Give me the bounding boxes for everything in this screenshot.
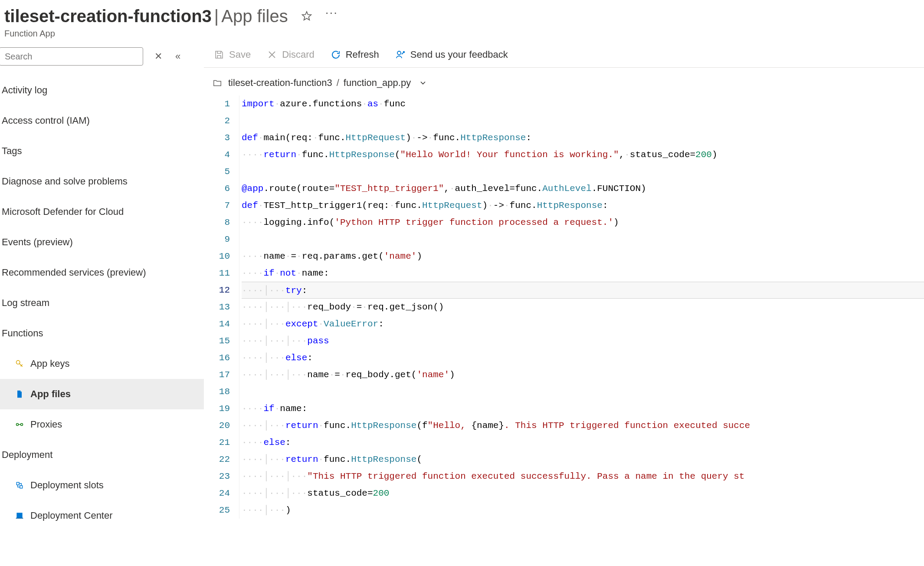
discard-button[interactable]: Discard [266, 49, 315, 60]
resource-type: Function App [4, 29, 924, 39]
close-icon[interactable]: ✕ [154, 51, 162, 62]
sidebar-item-events[interactable]: Events (preview) [0, 227, 204, 257]
sidebar-item-deployment-center[interactable]: Deployment Center [0, 500, 204, 531]
deployment-center-icon [15, 511, 24, 520]
breadcrumb-folder[interactable]: tileset-creation-function3 [228, 77, 332, 89]
sidebar-item-app-keys[interactable]: App keys [0, 349, 204, 379]
sidebar-group-deployment[interactable]: Deployment [0, 440, 204, 470]
sidebar-group-functions[interactable]: Functions [0, 318, 204, 349]
save-button[interactable]: Save [213, 49, 251, 60]
more-actions-icon[interactable]: ··· [325, 6, 338, 20]
folder-icon [213, 78, 222, 88]
search-input[interactable] [0, 47, 143, 66]
sidebar-item-label: Proxies [30, 419, 62, 430]
sidebar-item-recommended[interactable]: Recommended services (preview) [0, 257, 204, 288]
sidebar-group-label: Deployment [2, 449, 52, 461]
main-content: Save Discard Refresh Send us your feedba… [204, 42, 924, 531]
svg-rect-4 [16, 482, 19, 485]
toolbar-label: Save [229, 49, 251, 60]
key-icon [15, 359, 24, 369]
sidebar-item-label: Access control (IAM) [2, 115, 90, 126]
sidebar-item-label: App keys [30, 358, 70, 369]
sidebar-group-label: Functions [2, 328, 43, 339]
discard-icon [266, 49, 278, 60]
sidebar-item-proxies[interactable]: Proxies [0, 409, 204, 440]
sidebar-item-label: Deployment slots [30, 480, 104, 491]
breadcrumb: tileset-creation-function3 / function_ap… [204, 68, 924, 95]
sidebar-item-deployment-slots[interactable]: Deployment slots [0, 470, 204, 500]
sidebar-item-defender[interactable]: Microsoft Defender for Cloud [0, 197, 204, 227]
toolbar-label: Refresh [346, 49, 379, 60]
code-content[interactable]: import·azure.functions·as·funcdef·main(r… [239, 95, 924, 519]
page-header: tileset-creation-function3 | App files ·… [0, 0, 924, 42]
sidebar-item-label: Activity log [2, 85, 47, 96]
svg-point-6 [397, 51, 401, 55]
refresh-icon [330, 49, 341, 60]
svg-point-3 [21, 424, 23, 426]
toolbar: Save Discard Refresh Send us your feedba… [204, 42, 924, 68]
save-icon [213, 49, 225, 60]
resource-title: tileset-creation-function3 [4, 6, 212, 26]
code-editor[interactable]: 1234567891011121314151617181920212223242… [204, 95, 924, 519]
sidebar-item-label: Diagnose and solve problems [2, 176, 128, 187]
sidebar-item-label: Recommended services (preview) [2, 267, 146, 278]
line-number-gutter: 1234567891011121314151617181920212223242… [204, 95, 239, 519]
sidebar: ✕ « Activity log Access control (IAM) Ta… [0, 42, 204, 531]
sidebar-item-label: App files [30, 388, 71, 400]
blade-title: App files [221, 7, 288, 26]
sidebar-item-diagnose[interactable]: Diagnose and solve problems [0, 166, 204, 197]
sidebar-item-log-stream[interactable]: Log stream [0, 288, 204, 318]
sidebar-item-label: Deployment Center [30, 510, 113, 521]
feedback-icon [395, 49, 406, 60]
toolbar-label: Discard [282, 49, 315, 60]
deployment-slots-icon [15, 480, 24, 490]
sidebar-item-tags[interactable]: Tags [0, 136, 204, 166]
breadcrumb-separator: / [332, 77, 344, 89]
document-icon [15, 389, 24, 399]
sidebar-item-label: Events (preview) [2, 237, 73, 248]
refresh-button[interactable]: Refresh [330, 49, 379, 60]
collapse-sidebar-icon[interactable]: « [175, 51, 180, 62]
sidebar-item-label: Microsoft Defender for Cloud [2, 206, 124, 217]
sidebar-item-label: Log stream [2, 297, 49, 309]
svg-rect-5 [20, 486, 23, 488]
file-dropdown-icon[interactable] [419, 79, 427, 87]
toolbar-label: Send us your feedback [410, 49, 508, 60]
sidebar-item-app-files[interactable]: App files [0, 379, 204, 409]
sidebar-item-access-control[interactable]: Access control (IAM) [0, 105, 204, 136]
title-separator: | [212, 7, 221, 26]
svg-marker-0 [302, 12, 311, 20]
svg-point-2 [16, 424, 19, 426]
feedback-button[interactable]: Send us your feedback [395, 49, 508, 60]
sidebar-item-label: Tags [2, 145, 22, 157]
breadcrumb-file[interactable]: function_app.py [344, 77, 411, 89]
favorite-star-icon[interactable] [301, 10, 312, 22]
proxies-icon [15, 420, 24, 429]
sidebar-item-activity-log[interactable]: Activity log [0, 75, 204, 105]
